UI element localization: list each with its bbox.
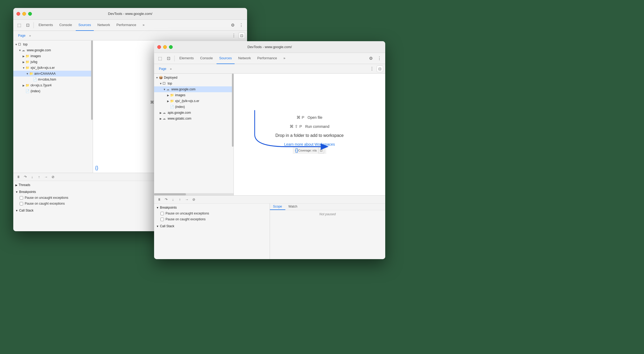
step-out-icon-front[interactable]: ↑ bbox=[177, 197, 183, 203]
learn-more-link-front[interactable]: Learn more about Workspaces bbox=[284, 142, 335, 146]
inspect-icon[interactable]: ⬚ bbox=[15, 22, 23, 29]
window-title-front: DevTools - www.google.com/ bbox=[248, 45, 292, 49]
tree-item-google-front[interactable]: ▼ ☁ www.google.com bbox=[154, 86, 234, 92]
sidebar-scrollbar-back[interactable] bbox=[91, 40, 93, 120]
sources-page-tab-front[interactable]: Page bbox=[156, 66, 169, 72]
tree-item-images[interactable]: ▶ 📁 images bbox=[13, 53, 93, 59]
tree-item-gstatic[interactable]: ▶ ☁ www.gstatic.com bbox=[154, 116, 234, 121]
bottom-layout-front: ▼ Breakpoints Pause on uncaught exceptio… bbox=[154, 204, 385, 259]
traffic-lights-front bbox=[157, 45, 173, 49]
toolbar-divider-1 bbox=[33, 22, 34, 28]
tree-item-top-front[interactable]: ▼ ☐ top bbox=[154, 81, 234, 86]
step-over-icon-front[interactable]: ↷ bbox=[163, 197, 169, 203]
step-out-icon[interactable]: ↑ bbox=[36, 174, 42, 180]
tree-item-xjs[interactable]: ▼ 📁 xjs/_/js/k=xjs.s.er bbox=[13, 65, 93, 71]
tree-item-top[interactable]: ▼ ☐ top bbox=[13, 41, 93, 47]
tree-item-apis[interactable]: ▶ ☁ apis.google.com bbox=[154, 110, 234, 116]
pause-uncaught-front: Pause on uncaught exceptions bbox=[156, 210, 268, 216]
sources-toolbar-back: Page » ⋮ ⊡ bbox=[13, 31, 247, 40]
main-toolbar-front: ⬚ ⊡ Elements Console Sources Network Per… bbox=[154, 53, 385, 64]
minimize-button-front[interactable] bbox=[163, 45, 167, 49]
left-sidebar-front: ▼ 📦 Deployed ▼ ☐ top bbox=[154, 74, 234, 195]
settings-icon[interactable]: ⚙ bbox=[229, 22, 236, 29]
tree-item-xjs-front[interactable]: ▶ 📁 xjs/_/js/k=xjs.s.er bbox=[154, 98, 234, 104]
tab-performance[interactable]: Performance bbox=[114, 20, 139, 31]
tab-sources[interactable]: Sources bbox=[76, 20, 94, 31]
more-vert-icon-front[interactable]: ⋮ bbox=[376, 55, 383, 62]
sources-more-tabs-front[interactable]: » bbox=[170, 67, 172, 70]
tab-elements[interactable]: Elements bbox=[36, 20, 56, 31]
inspect-icon-front[interactable]: ⬚ bbox=[156, 55, 164, 62]
tree-item-ck[interactable]: ▶ 📁 ck=xjs.s.7jyur4 bbox=[13, 82, 93, 88]
file-tree-back: ▼ ☐ top ▼ ☁ www.google.com bbox=[13, 40, 93, 95]
drop-folder-text-front: Drop in a folder to add to workspace bbox=[275, 133, 344, 138]
scope-tabs-front: Scope Watch bbox=[270, 204, 385, 210]
more-vert-icon[interactable]: ⋮ bbox=[238, 22, 245, 29]
callstack-header-front[interactable]: ▼ Call Stack bbox=[156, 223, 268, 229]
toolbar-divider-front bbox=[174, 56, 175, 61]
sources-toolbar-front: Page » ⋮ ⊡ bbox=[154, 64, 385, 74]
bottom-toolbar-front: ⏸ ↷ ↓ ↑ → ⊘ bbox=[154, 196, 385, 204]
step-over-icon[interactable]: ↷ bbox=[22, 174, 28, 180]
tab-elements-front[interactable]: Elements bbox=[177, 53, 196, 64]
tree-item-index-back[interactable]: 📄 (index) bbox=[13, 88, 93, 94]
format-icon-back[interactable]: {} bbox=[95, 165, 98, 170]
tree-item-mcdos[interactable]: 📄 m=cdos,hsm bbox=[13, 77, 93, 82]
tab-sources-front[interactable]: Sources bbox=[217, 53, 235, 64]
tree-item-google[interactable]: ▼ ☁ www.google.com bbox=[13, 47, 93, 53]
left-sidebar-back: ▼ ☐ top ▼ ☁ www.google.com bbox=[13, 40, 93, 173]
continue-icon-front[interactable]: → bbox=[184, 197, 190, 203]
maximize-button-back[interactable] bbox=[28, 12, 32, 16]
tree-item-deployed[interactable]: ▼ 📦 Deployed bbox=[154, 75, 234, 81]
right-bottom-panel: Scope Watch Not paused bbox=[270, 204, 385, 259]
deactivate-icon-front[interactable]: ⊘ bbox=[191, 197, 197, 203]
scope-tab-front[interactable]: Scope bbox=[270, 204, 285, 210]
tab-performance-front[interactable]: Performance bbox=[255, 53, 279, 64]
main-toolbar-back: ⬚ ⊡ Elements Console Sources Network Per… bbox=[13, 20, 247, 31]
sources-more-tabs[interactable]: » bbox=[29, 34, 31, 37]
device-icon[interactable]: ⊡ bbox=[24, 22, 31, 29]
tree-item-images-front[interactable]: ▶ 📁 images bbox=[154, 92, 234, 98]
pause-icon[interactable]: ⏸ bbox=[15, 174, 21, 180]
shortcut-run-command-front: ⌘ ⇧ P Run command bbox=[290, 124, 329, 129]
callstack-section-front: ▼ Call Stack bbox=[156, 223, 268, 229]
watch-tab-front[interactable]: Watch bbox=[285, 204, 301, 210]
format-icon-front[interactable]: {} bbox=[295, 148, 298, 153]
toggle-sidebar-icon-front[interactable]: ⊡ bbox=[377, 66, 383, 72]
breakpoints-section-front: ▼ Breakpoints Pause on uncaught exceptio… bbox=[156, 205, 268, 222]
step-into-icon[interactable]: ↓ bbox=[29, 174, 35, 180]
title-bar-back: DevTools - www.google.com/ bbox=[13, 8, 247, 20]
title-bar-front: DevTools - www.google.com/ bbox=[154, 41, 385, 53]
traffic-lights-back bbox=[16, 12, 32, 16]
pause-icon-front[interactable]: ⏸ bbox=[156, 197, 162, 203]
step-into-icon-front[interactable]: ↓ bbox=[170, 197, 176, 203]
settings-icon-front[interactable]: ⚙ bbox=[367, 55, 375, 62]
main-panel-front: ▼ 📦 Deployed ▼ ☐ top bbox=[154, 74, 385, 195]
toggle-sidebar-icon[interactable]: ⊡ bbox=[239, 32, 245, 39]
tab-more-front[interactable]: » bbox=[281, 53, 288, 64]
tab-network[interactable]: Network bbox=[95, 20, 113, 31]
sources-page-tab[interactable]: Page bbox=[15, 33, 28, 39]
coverage-drawer-icon[interactable]: ⊡ bbox=[318, 148, 324, 153]
file-tree-front: ▼ 📦 Deployed ▼ ☐ top bbox=[154, 74, 234, 123]
device-icon-front[interactable]: ⊡ bbox=[165, 55, 172, 62]
breakpoints-header-front[interactable]: ▼ Breakpoints bbox=[156, 205, 268, 210]
sources-more-icon[interactable]: ⋮ bbox=[230, 32, 238, 39]
tab-network-front[interactable]: Network bbox=[236, 53, 254, 64]
shortcut-open-file-front: ⌘ P Open file bbox=[296, 115, 322, 120]
sidebar-scrollbar-front[interactable] bbox=[232, 74, 234, 147]
tab-console-front[interactable]: Console bbox=[197, 53, 215, 64]
tree-item-jsbg[interactable]: ▶ 📁 js/bg bbox=[13, 59, 93, 65]
maximize-button-front[interactable] bbox=[169, 45, 173, 49]
tab-console[interactable]: Console bbox=[57, 20, 75, 31]
tree-item-index-front[interactable]: 📄 (index) bbox=[154, 104, 234, 110]
deactivate-icon[interactable]: ⊘ bbox=[50, 174, 56, 180]
tab-more[interactable]: » bbox=[140, 20, 147, 31]
editor-content-front: ⌘ P Open file ⌘ ⇧ P Run command Drop in … bbox=[275, 115, 344, 146]
close-button-back[interactable] bbox=[16, 12, 20, 16]
continue-icon[interactable]: → bbox=[43, 174, 49, 180]
minimize-button-back[interactable] bbox=[22, 12, 26, 16]
tree-item-am[interactable]: ▼ 📁 am=CAAAAAA bbox=[13, 71, 93, 77]
sources-more-icon-front[interactable]: ⋮ bbox=[368, 65, 376, 73]
close-button-front[interactable] bbox=[157, 45, 161, 49]
